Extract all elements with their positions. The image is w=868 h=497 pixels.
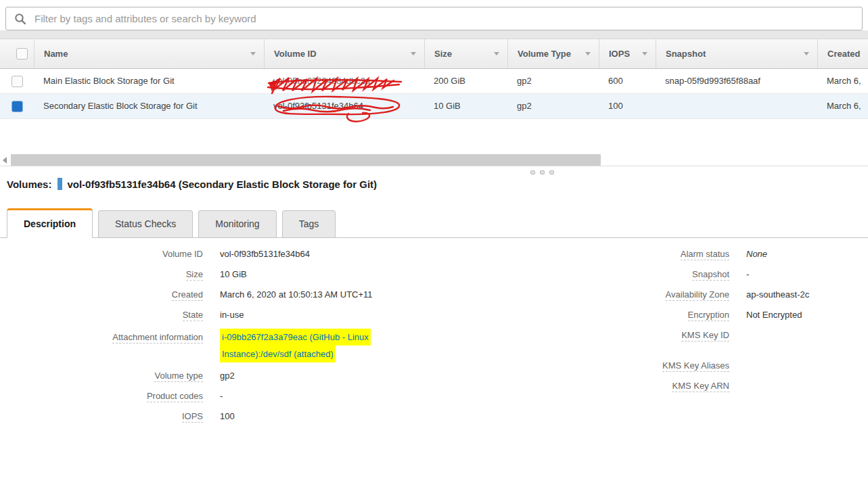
tabs-bottom-border <box>0 237 868 238</box>
field-label: Product codes <box>0 389 203 403</box>
row-checkbox[interactable] <box>12 76 23 87</box>
field-label: Volume type <box>0 369 203 383</box>
field-value-highlighted: i-09bb267f2a3a79eac (GitHub - Linux Inst… <box>220 329 371 362</box>
table-header-row: Name Volume ID Size Volume Type IOPS Sna… <box>0 39 868 69</box>
field-label: KMS Key ID <box>595 329 729 342</box>
column-header-label: Volume ID <box>274 49 317 59</box>
cell-size: 10 GiB <box>424 94 507 118</box>
column-header-label: Volume Type <box>518 49 571 59</box>
cell-iops: 600 <box>599 69 656 93</box>
cell-created: March 6, <box>817 69 868 93</box>
column-header-label: Name <box>44 49 68 59</box>
column-header-name[interactable]: Name <box>34 39 264 68</box>
scrollbar-thumb[interactable] <box>11 154 601 166</box>
field-label: Attachment information <box>0 329 203 362</box>
field-product-codes: Product codes - <box>0 389 460 403</box>
field-attachment-information: Attachment information i-09bb267f2a3a79e… <box>0 329 460 362</box>
horizontal-scrollbar <box>0 154 868 166</box>
sort-arrow-icon <box>494 52 499 55</box>
field-size: Size 10 GiB <box>0 268 460 281</box>
sort-arrow-icon <box>804 52 809 55</box>
field-value: 10 GiB <box>220 268 247 281</box>
cell-volume-id: vol-0f93fb5131fe34b64 <box>264 94 424 118</box>
field-label: IOPS <box>0 410 203 423</box>
details-tabs: Description Status Checks Monitoring Tag… <box>7 208 341 237</box>
tab-status-checks[interactable]: Status Checks <box>98 210 193 237</box>
tab-monitoring[interactable]: Monitoring <box>198 210 276 237</box>
field-label: Snapshot <box>595 268 729 281</box>
field-label: Volume ID <box>0 247 203 261</box>
details-heading: Volumes: vol-0f93fb5131fe34b64 (Secondar… <box>7 178 377 190</box>
cell-size: 200 GiB <box>424 69 507 93</box>
field-value: gp2 <box>220 369 235 383</box>
row-select-cell <box>0 94 34 118</box>
sort-arrow-icon <box>411 52 416 55</box>
cell-created: March 6, <box>817 94 868 118</box>
cell-name: Main Elastic Block Storage for Git <box>34 69 264 93</box>
sort-arrow-icon <box>585 52 591 55</box>
cell-snapshot <box>656 94 817 118</box>
field-value: vol-0f93fb5131fe34b64 <box>220 247 310 261</box>
drag-dot-icon <box>540 170 545 174</box>
field-encryption: Encryption Not Encrypted <box>595 308 866 322</box>
field-availability-zone: Availability Zone ap-southeast-2c <box>595 288 866 302</box>
attachment-instance-link[interactable]: i-09bb267f2a3a79eac (GitHub - Linux <box>220 329 371 346</box>
cell-volume-type: gp2 <box>507 69 599 93</box>
field-value: None <box>746 247 767 261</box>
tab-description[interactable]: Description <box>7 208 93 238</box>
cell-iops: 100 <box>599 94 656 118</box>
column-header-label: IOPS <box>609 49 630 59</box>
column-header-snapshot[interactable]: Snapshot <box>656 39 817 68</box>
field-label: Availability Zone <box>595 288 729 302</box>
select-all-checkbox[interactable] <box>16 48 28 60</box>
column-header-size[interactable]: Size <box>424 39 507 68</box>
toolbar-spacer <box>0 30 868 39</box>
select-all-cell <box>0 39 34 68</box>
column-header-created[interactable]: Created <box>817 39 868 68</box>
volumes-table: Name Volume ID Size Volume Type IOPS Sna… <box>0 39 868 119</box>
field-iops: IOPS 100 <box>0 410 460 423</box>
field-kms-key-aliases: KMS Key Aliases <box>595 359 866 373</box>
filter-input[interactable] <box>33 12 862 25</box>
sort-arrow-icon <box>250 52 256 55</box>
column-header-volume-id[interactable]: Volume ID <box>264 39 424 68</box>
field-alarm-status: Alarm status None <box>595 247 866 261</box>
column-header-label: Snapshot <box>666 49 706 59</box>
sort-arrow-icon <box>642 52 647 55</box>
field-value: - <box>220 389 223 403</box>
field-label: Created <box>0 288 203 302</box>
row-checkbox-checked[interactable] <box>12 101 23 112</box>
field-value: ap-southeast-2c <box>746 288 809 302</box>
description-left-column: Volume ID vol-0f93fb5131fe34b64 Size 10 … <box>0 247 460 430</box>
field-label: KMS Key Aliases <box>595 359 729 373</box>
table-row-selected[interactable]: Secondary Elastic Block Storage for Git … <box>0 94 868 119</box>
filter-bar <box>5 7 863 30</box>
details-heading-prefix: Volumes: <box>7 179 51 190</box>
pane-resize-handle[interactable] <box>530 170 554 174</box>
column-header-iops[interactable]: IOPS <box>599 39 656 68</box>
cell-volume-type: gp2 <box>507 94 599 118</box>
attachment-instance-link[interactable]: Instance):/dev/sdf (attached) <box>220 346 336 362</box>
field-volume-id: Volume ID vol-0f93fb5131fe34b64 <box>0 247 460 261</box>
field-created: Created March 6, 2020 at 10:50:13 AM UTC… <box>0 288 460 302</box>
field-label: State <box>0 308 203 322</box>
field-label: Size <box>0 268 203 281</box>
drag-dot-icon <box>530 170 535 174</box>
heading-divider-bar <box>58 178 62 190</box>
field-kms-key-id: KMS Key ID <box>595 329 866 342</box>
search-icon <box>14 13 26 25</box>
field-value: in-use <box>220 308 244 322</box>
field-value: March 6, 2020 at 10:50:13 AM UTC+11 <box>220 288 373 302</box>
field-label: Alarm status <box>595 247 729 261</box>
field-label: KMS Key ARN <box>595 379 729 393</box>
cell-volume-id-redacted: vol-05ba67294984dbc2a <box>264 69 424 93</box>
field-label: Encryption <box>595 308 729 322</box>
table-row[interactable]: Main Elastic Block Storage for Git vol-0… <box>0 69 868 94</box>
tab-tags[interactable]: Tags <box>282 210 336 237</box>
cell-name: Secondary Elastic Block Storage for Git <box>34 94 264 118</box>
row-select-cell <box>0 69 34 93</box>
scroll-left-arrow-icon[interactable] <box>3 157 7 164</box>
field-value: 100 <box>220 410 235 423</box>
column-header-volume-type[interactable]: Volume Type <box>507 39 599 68</box>
drag-dot-icon <box>549 170 554 174</box>
